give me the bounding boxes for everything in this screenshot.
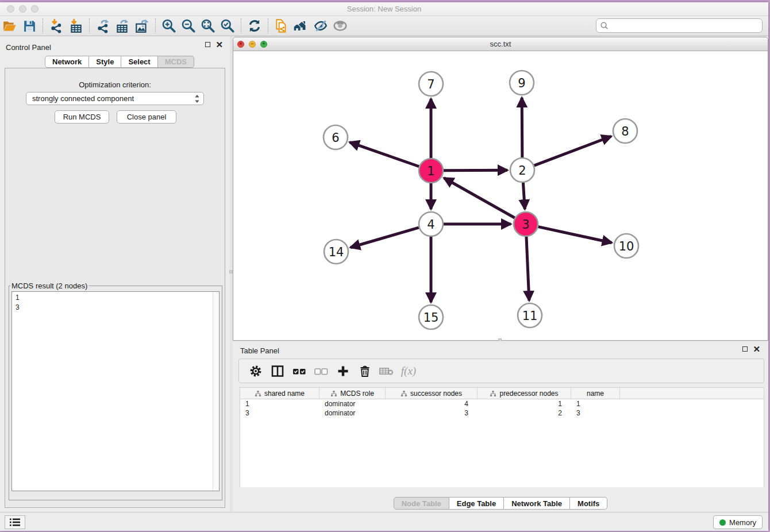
table-row[interactable]: 3dominator323: [240, 408, 764, 418]
node-2[interactable]: 2: [510, 158, 534, 182]
table-cell[interactable]: 1: [240, 399, 319, 408]
table-cell[interactable]: 3: [386, 408, 478, 418]
refresh-icon: [247, 18, 262, 33]
toolbar-separator: [268, 18, 268, 33]
dropdown-stepper-icon: [193, 94, 201, 104]
tab-edge-table[interactable]: Edge Table: [449, 497, 504, 510]
table-cell[interactable]: 3: [240, 408, 319, 418]
node-14[interactable]: 14: [324, 240, 348, 264]
tab-network[interactable]: Network: [45, 56, 89, 68]
import-table-icon: [68, 18, 83, 33]
first-neighbors-button[interactable]: [291, 17, 311, 34]
float-panel-icon[interactable]: [742, 346, 748, 352]
network-canvas[interactable]: 7968124314101511: [233, 51, 768, 340]
zoom-out-button[interactable]: [179, 17, 198, 34]
mcds-result-group: MCDS result (2 nodes) 1 3: [9, 282, 222, 500]
search-input[interactable]: [611, 21, 759, 30]
split-view-button[interactable]: [267, 361, 288, 381]
float-panel-icon[interactable]: [205, 42, 210, 47]
network-window-title: scc.txt: [233, 40, 768, 48]
node-9[interactable]: 9: [510, 71, 534, 95]
table-cell[interactable]: 4: [386, 399, 478, 408]
column-header-predecessor-nodes[interactable]: predecessor nodes: [478, 388, 571, 399]
close-panel-button[interactable]: Close panel: [117, 110, 176, 124]
edge-2-9[interactable]: [522, 98, 522, 157]
node-10[interactable]: 10: [614, 234, 638, 258]
network-window-titlebar[interactable]: × − + scc.txt: [233, 37, 768, 51]
zoom-selected-button[interactable]: [218, 17, 237, 34]
edge-3-10[interactable]: [538, 227, 611, 243]
table-cell[interactable]: dominator: [319, 408, 386, 418]
table-cell[interactable]: dominator: [319, 399, 386, 408]
table-settings-button[interactable]: [245, 361, 267, 381]
edge-3-11[interactable]: [526, 237, 529, 300]
column-header-name[interactable]: name: [571, 388, 620, 399]
zoom-out-icon: [181, 18, 196, 33]
hide-selected-button[interactable]: [311, 17, 330, 34]
search-box[interactable]: [596, 18, 763, 33]
save-session-button[interactable]: [20, 17, 39, 34]
memory-button[interactable]: Memory: [713, 515, 763, 529]
table-cell[interactable]: 1: [478, 399, 571, 408]
edge-1-2[interactable]: [444, 170, 507, 171]
edge-4-14[interactable]: [351, 228, 419, 248]
tab-style[interactable]: Style: [89, 56, 121, 68]
function-builder-button[interactable]: f(x): [398, 361, 419, 381]
import-table-button[interactable]: [66, 17, 86, 34]
export-image-icon: [134, 18, 149, 33]
node-15[interactable]: 15: [419, 305, 443, 329]
table-row[interactable]: 1dominator411: [240, 399, 764, 408]
delete-table-button[interactable]: [376, 361, 398, 381]
column-header-MCDS-role[interactable]: MCDS role: [319, 388, 386, 399]
network-graph[interactable]: 7968124314101511: [233, 51, 768, 340]
mcds-result-text[interactable]: 1 3: [11, 291, 220, 491]
column-label: shared name: [264, 390, 305, 398]
table-header-row: shared nameMCDS rolesuccessor nodesprede…: [240, 388, 764, 399]
svg-text:10: 10: [619, 240, 634, 253]
tab-motifs[interactable]: Motifs: [570, 497, 607, 510]
edge-1-6[interactable]: [350, 142, 419, 167]
task-history-button[interactable]: [5, 515, 25, 529]
show-all-button[interactable]: [330, 17, 350, 34]
deselect-all-button[interactable]: [310, 361, 332, 381]
node-3[interactable]: 3: [514, 212, 538, 236]
edge-2-3[interactable]: [523, 183, 525, 209]
zoom-in-button[interactable]: [159, 17, 179, 34]
export-image-button[interactable]: [132, 17, 152, 34]
edge-2-8[interactable]: [534, 136, 611, 165]
control-panel-title: Control Panel: [6, 43, 51, 52]
apply-layout-button[interactable]: [245, 17, 264, 34]
node-11[interactable]: 11: [518, 303, 542, 327]
close-panel-icon[interactable]: ✕: [215, 42, 223, 47]
tab-select[interactable]: Select: [121, 56, 157, 68]
run-mcds-button[interactable]: Run MCDS: [55, 110, 109, 124]
result-scrollbar[interactable]: [213, 292, 219, 491]
tab-mcds[interactable]: MCDS: [158, 56, 194, 68]
node-7[interactable]: 7: [419, 72, 443, 96]
table-cell[interactable]: 3: [571, 408, 620, 418]
node-1[interactable]: 1: [419, 159, 443, 183]
node-8[interactable]: 8: [613, 119, 637, 143]
tab-node-table[interactable]: Node Table: [394, 497, 449, 510]
table-panel-title: Table Panel: [240, 346, 279, 355]
export-table-button[interactable]: [113, 17, 132, 34]
select-all-button[interactable]: [288, 361, 310, 381]
table-cell[interactable]: 1: [571, 399, 620, 408]
table-cell[interactable]: 2: [478, 408, 571, 418]
close-panel-icon[interactable]: ✕: [753, 346, 760, 352]
column-header-successor-nodes[interactable]: successor nodes: [386, 388, 478, 399]
add-column-button[interactable]: [332, 361, 354, 381]
import-network-button[interactable]: [47, 17, 66, 34]
node-6[interactable]: 6: [324, 125, 348, 149]
export-network-button[interactable]: [93, 17, 113, 34]
toolbar-separator: [43, 18, 43, 33]
edge-3-1[interactable]: [444, 178, 515, 218]
open-session-button[interactable]: [0, 17, 20, 34]
criterion-dropdown[interactable]: strongly connected component: [26, 92, 204, 105]
tab-network-table[interactable]: Network Table: [504, 497, 570, 510]
clone-network-button[interactable]: [272, 17, 291, 34]
node-4[interactable]: 4: [419, 212, 443, 236]
delete-columns-button[interactable]: [354, 361, 376, 381]
column-header-shared-name[interactable]: shared name: [240, 388, 319, 399]
zoom-fit-button[interactable]: [198, 17, 218, 34]
